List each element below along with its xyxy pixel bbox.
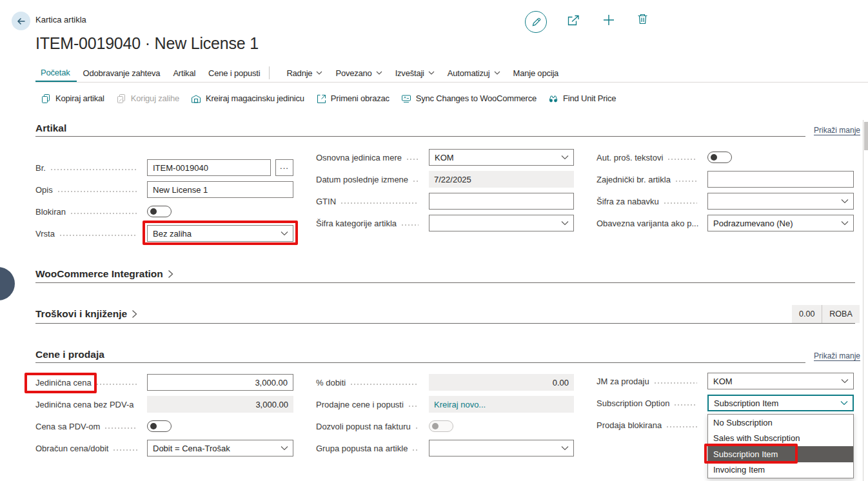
chevron-down-icon bbox=[840, 401, 848, 406]
jedinicna-cena-bez-pdv-field: 3,000.00 bbox=[147, 396, 293, 413]
add-button[interactable] bbox=[602, 13, 616, 27]
field-zajednicki-br: Zajednički br. artikla bbox=[597, 171, 702, 188]
section-cene-header[interactable]: Cene i prodaja bbox=[35, 349, 104, 360]
dotted-leader bbox=[60, 235, 137, 236]
menu-povezano[interactable]: Povezano bbox=[329, 64, 388, 82]
scrollbar-thumb[interactable] bbox=[864, 122, 868, 150]
tab-pocetak[interactable]: Početak bbox=[35, 64, 77, 82]
trash-icon bbox=[636, 12, 649, 26]
section-woocommerce-header[interactable]: WooCommerce Integration bbox=[35, 268, 173, 280]
item-card-page: Kartica artikla ITEM-0019040 · New Licen… bbox=[0, 0, 868, 481]
dotted-leader bbox=[413, 449, 419, 451]
field-jm-za-prodaju: JM za prodaju bbox=[597, 373, 702, 389]
sifra-za-nabavku-select[interactable] bbox=[707, 193, 854, 210]
field-jedinicna-cena-bez-pdv: Jedinična cena bez PDV-a bbox=[35, 396, 143, 413]
chevron-down-icon bbox=[428, 71, 435, 75]
show-less-link[interactable]: Prikaži manje bbox=[814, 126, 860, 135]
cena-sa-pdv-toggle[interactable] bbox=[147, 420, 172, 432]
chevron-down-icon bbox=[561, 221, 569, 226]
blokiran-toggle[interactable] bbox=[147, 206, 172, 217]
section-artikal-header[interactable]: Artikal bbox=[35, 123, 66, 134]
share-button[interactable] bbox=[566, 14, 580, 28]
chevron-down-icon bbox=[316, 71, 322, 75]
section-divider bbox=[35, 323, 855, 324]
jm-za-prodaju-select[interactable]: KOM bbox=[707, 373, 854, 389]
procenat-dobiti-field: 0.00 bbox=[429, 374, 574, 391]
gtin-input[interactable] bbox=[429, 193, 574, 210]
section-divider bbox=[35, 136, 805, 137]
action-kopiraj-artikal[interactable]: Kopiraj artikal bbox=[41, 93, 104, 104]
action-primeni-obrazac[interactable]: Primeni obrazac bbox=[316, 93, 390, 104]
field-sifra-za-nabavku: Šifra za nabavku bbox=[597, 193, 702, 210]
page-caption: Kartica artikla bbox=[35, 15, 86, 25]
dotted-leader bbox=[351, 384, 419, 385]
dozvoli-popust-toggle bbox=[429, 420, 453, 432]
br-input[interactable]: ITEM-0019040 bbox=[147, 159, 271, 176]
obavezna-varijanta-select[interactable]: Podrazumevano (Ne) bbox=[707, 215, 854, 231]
edit-button[interactable] bbox=[525, 11, 547, 33]
dotted-leader bbox=[668, 159, 697, 160]
chevron-down-icon bbox=[841, 221, 849, 226]
chevron-right-icon bbox=[168, 270, 173, 279]
action-find-unit-price[interactable]: Find Unit Price bbox=[548, 93, 616, 104]
dotted-leader bbox=[409, 406, 419, 407]
action-koriguj-zalihe: Koriguj zalihe bbox=[116, 93, 179, 104]
tab-cene-i-popusti[interactable]: Cene i popusti bbox=[202, 64, 266, 82]
pencil-icon bbox=[531, 17, 542, 28]
kreiraj-novo-link[interactable]: Kreiraj novo... bbox=[434, 400, 486, 409]
grupa-popusta-select[interactable] bbox=[429, 440, 574, 456]
chevron-down-icon bbox=[561, 155, 569, 160]
action-sync-woocommerce[interactable]: Sync Changes to WooCommerce bbox=[401, 93, 537, 104]
sifra-kategorije-select[interactable] bbox=[429, 215, 574, 231]
troskovi-badges: 0.00 ROBA bbox=[792, 305, 860, 323]
section-troskovi-header[interactable]: Troškovi i knjiženje bbox=[35, 308, 137, 320]
obracun-cena-dobit-select[interactable]: Dobit = Cena-Trošak bbox=[147, 440, 293, 456]
dotted-leader bbox=[667, 426, 697, 427]
dropdown-option[interactable]: No Subscription bbox=[708, 415, 853, 431]
callout-jedinicna-cena bbox=[25, 373, 97, 393]
dotted-leader bbox=[105, 427, 137, 429]
callout-subscription-item bbox=[704, 444, 798, 464]
show-less-link[interactable]: Prikaži manje bbox=[814, 351, 860, 360]
menu-izvestaji[interactable]: Izveštaji bbox=[389, 64, 441, 82]
field-datum-izmene: Datum poslednje izmene bbox=[316, 171, 424, 188]
dotted-leader bbox=[664, 202, 697, 204]
subscription-option-select[interactable]: Subscription Item bbox=[707, 395, 854, 411]
jedinicna-cena-input[interactable]: 3,000.00 bbox=[147, 374, 293, 391]
menu-radnje[interactable]: Radnje bbox=[280, 64, 329, 82]
menu-automatizuj[interactable]: Automatizuj bbox=[441, 64, 507, 82]
br-assist-button[interactable]: ... bbox=[275, 159, 293, 176]
tab-artikal[interactable]: Artikal bbox=[166, 64, 202, 82]
sync-icon bbox=[401, 93, 411, 104]
callout-vrsta bbox=[143, 221, 298, 245]
warehouse-icon bbox=[191, 93, 201, 104]
tab-odobravanje-zahteva[interactable]: Odobravanje zahteva bbox=[77, 64, 167, 82]
osnovna-jedinica-select[interactable]: KOM bbox=[429, 149, 574, 166]
field-vrsta: Vrsta bbox=[35, 225, 143, 242]
field-obracun-cena-dobit: Obračun cena/dobit bbox=[35, 440, 143, 456]
opis-input[interactable]: New License 1 bbox=[147, 181, 293, 198]
delete-button[interactable] bbox=[636, 12, 649, 26]
field-blokiran: Blokiran bbox=[35, 203, 143, 220]
aut-pros-tekstovi-toggle[interactable] bbox=[707, 152, 732, 163]
dotted-leader bbox=[402, 224, 419, 226]
side-panel-handle[interactable] bbox=[0, 267, 15, 300]
section-divider bbox=[35, 362, 805, 363]
action-bar: Kopiraj artikal Koriguj zalihe Kreiraj m… bbox=[41, 90, 616, 107]
dropdown-option[interactable]: Invoicing Item bbox=[708, 462, 853, 478]
field-procenat-dobiti: % dobiti bbox=[316, 374, 424, 391]
dotted-leader bbox=[58, 191, 137, 192]
adjust-inventory-icon bbox=[116, 93, 126, 104]
copy-icon bbox=[41, 93, 51, 104]
menu-manje-opcija[interactable]: Manje opcija bbox=[507, 64, 566, 82]
field-prodaja-blokirana: Prodaja blokirana bbox=[597, 417, 702, 433]
dotted-leader bbox=[51, 169, 137, 170]
field-sifra-kategorije: Šifra kategorije artikla bbox=[316, 215, 424, 231]
tab-bar-divider bbox=[35, 82, 868, 83]
back-button[interactable] bbox=[12, 12, 30, 30]
field-subscription-option: Subscription Option bbox=[597, 395, 702, 411]
zajednicki-br-input[interactable] bbox=[707, 171, 854, 188]
field-osnovna-jedinica: Osnovna jedinica mere bbox=[316, 149, 424, 166]
dotted-leader bbox=[655, 382, 697, 384]
action-kreiraj-magacinsku-jedinicu[interactable]: Kreiraj magacinsku jedinicu bbox=[191, 93, 304, 104]
